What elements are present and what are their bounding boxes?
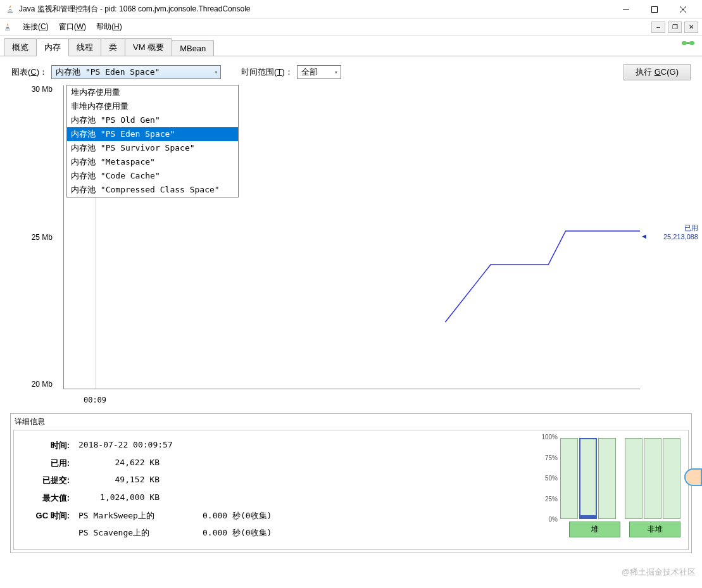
tab-classes[interactable]: 类: [101, 38, 125, 56]
dropdown-item[interactable]: 内存池 "Metaspace": [67, 155, 238, 169]
nonheap-bars[interactable]: [625, 438, 680, 519]
chart-combo-dropdown: 堆内存使用量 非堆内存使用量 内存池 "PS Old Gen" 内存池 "PS …: [66, 85, 239, 197]
svg-rect-5: [689, 41, 694, 45]
dropdown-item[interactable]: 内存池 "Compressed Class Space": [67, 183, 238, 197]
heap-button[interactable]: 堆: [569, 522, 620, 537]
java-icon: [3, 22, 13, 32]
java-icon: [5, 4, 15, 15]
time-combo-value: 全部: [301, 66, 318, 78]
watermark: @稀土掘金技术社区: [622, 566, 696, 578]
window-title: Java 监视和管理控制台 - pid: 1068 com.jvm.jconso…: [19, 4, 611, 15]
menubar: 连接(C) 窗口(W) 帮助(H) – ❐ ✕: [0, 19, 702, 35]
tab-mbean[interactable]: MBean: [172, 40, 214, 56]
time-combo-label: 时间范围(T)：: [241, 66, 293, 78]
menu-help[interactable]: 帮助(H): [91, 20, 127, 34]
dropdown-item[interactable]: 内存池 "Code Cache": [67, 169, 238, 183]
details-panel: 详细信息 时间:2018-07-22 00:09:57 已用:24,622 KB…: [10, 413, 692, 553]
tab-threads[interactable]: 线程: [68, 38, 101, 56]
tab-vm-summary[interactable]: VM 概要: [125, 38, 172, 56]
heap-bars[interactable]: [560, 438, 616, 519]
x-tick: 00:09: [84, 396, 106, 404]
connection-status-icon: [680, 38, 696, 48]
chart-marker-label: 已用 25,213,088: [663, 223, 698, 241]
y-tick: 30 Mb: [32, 85, 53, 94]
titlebar: Java 监视和管理控制台 - pid: 1068 com.jvm.jconso…: [0, 0, 702, 19]
close-button[interactable]: [668, 1, 697, 18]
minimize-button[interactable]: [611, 1, 640, 18]
nonheap-button[interactable]: 非堆: [629, 522, 680, 537]
chevron-down-icon: ▾: [215, 69, 218, 75]
chart-combo[interactable]: 内存池 "PS Eden Space" ▾: [51, 65, 221, 79]
details-title: 详细信息: [11, 415, 691, 430]
tab-memory[interactable]: 内存: [36, 38, 69, 56]
menu-window[interactable]: 窗口(W): [54, 20, 91, 34]
y-tick: 20 Mb: [32, 380, 53, 389]
svg-rect-1: [651, 6, 657, 12]
y-tick: 25 Mb: [32, 233, 53, 242]
svg-rect-4: [682, 41, 687, 45]
perform-gc-button[interactable]: 执行 GC(G): [624, 64, 691, 80]
chart-combo-value: 内存池 "PS Eden Space": [56, 66, 160, 78]
bar-scale-labels: 100% 75% 50% 25% 0%: [529, 437, 560, 519]
dropdown-item[interactable]: 内存池 "PS Eden Space": [67, 127, 238, 141]
dropdown-item[interactable]: 内存池 "PS Survivor Space": [67, 141, 238, 155]
inner-minimize-button[interactable]: –: [651, 22, 665, 33]
time-range-combo[interactable]: 全部 ▾: [297, 65, 341, 79]
menu-connect[interactable]: 连接(C): [18, 20, 54, 34]
inner-restore-button[interactable]: ❐: [668, 22, 682, 33]
maximize-button[interactable]: [640, 1, 668, 18]
avatar-icon: [684, 468, 702, 486]
tabs: 概览 内存 线程 类 VM 概要 MBean: [0, 35, 702, 56]
dropdown-item[interactable]: 非堆内存使用量: [67, 99, 238, 113]
tab-overview[interactable]: 概览: [4, 38, 37, 56]
dropdown-item[interactable]: 内存池 "PS Old Gen": [67, 113, 238, 127]
chevron-down-icon: ▾: [334, 69, 337, 75]
inner-close-button[interactable]: ✕: [684, 22, 698, 33]
dropdown-item[interactable]: 堆内存使用量: [67, 85, 238, 99]
chart-controls: 图表(C)： 内存池 "PS Eden Space" ▾ 时间范围(T)： 全部…: [0, 56, 702, 84]
memory-bars-panel: 100% 75% 50% 25% 0%: [529, 437, 680, 543]
chart-combo-label: 图表(C)：: [11, 66, 47, 78]
details-table: 时间:2018-07-22 00:09:57 已用:24,622 KB 已提交:…: [22, 437, 277, 543]
marker-arrow-icon: ◄: [641, 232, 648, 240]
